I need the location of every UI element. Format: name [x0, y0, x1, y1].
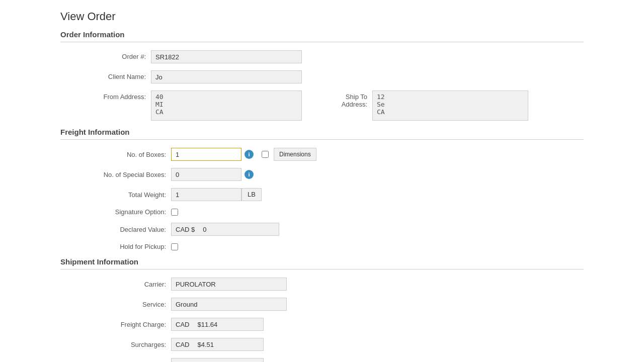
- surcharges-group: CAD: [171, 338, 264, 351]
- from-address-group: From Address: 40 MI CA: [60, 90, 302, 121]
- total-weight-row: Total Weight: LB: [60, 188, 584, 201]
- signature-option-label: Signature Option:: [60, 208, 171, 216]
- order-number-input[interactable]: [151, 50, 302, 63]
- signature-option-row: Signature Option:: [60, 208, 584, 216]
- carrier-input[interactable]: [171, 278, 287, 291]
- client-name-input[interactable]: [151, 70, 302, 83]
- declared-currency-prefix: CAD $: [171, 223, 199, 236]
- service-label: Service:: [60, 301, 171, 308]
- no-of-boxes-row: No. of Boxes: i Dimensions: [60, 148, 584, 161]
- net-charge-row: Net Charge: CAD: [60, 358, 584, 362]
- freight-charge-currency: CAD: [171, 318, 193, 331]
- no-of-boxes-input[interactable]: [171, 148, 242, 161]
- page-title: View Order: [60, 10, 584, 23]
- no-of-boxes-info-icon[interactable]: i: [245, 150, 254, 159]
- freight-charge-row: Freight Charge: CAD: [60, 318, 584, 331]
- total-weight-label: Total Weight:: [60, 191, 171, 199]
- service-row: Service:: [60, 298, 584, 311]
- ship-to-address-input[interactable]: 12 Se CA: [372, 90, 528, 121]
- service-input[interactable]: [171, 298, 287, 311]
- from-address-input[interactable]: 40 MI CA: [151, 90, 302, 121]
- order-information-heading: Order Information: [60, 30, 584, 39]
- freight-charge-group: CAD: [171, 318, 264, 331]
- shipment-info-divider: [60, 269, 584, 269]
- no-of-special-boxes-row: No. of Special Boxes: i: [60, 168, 584, 181]
- freight-charge-label: Freight Charge:: [60, 321, 171, 328]
- signature-option-checkbox[interactable]: [171, 209, 178, 216]
- weight-group: LB: [171, 188, 262, 201]
- surcharges-input[interactable]: [193, 338, 264, 351]
- from-address-label: From Address:: [60, 90, 151, 101]
- freight-info-divider: [60, 139, 584, 140]
- ship-to-label: Ship To Address:: [332, 90, 372, 108]
- no-of-special-boxes-label: No. of Special Boxes:: [60, 171, 171, 178]
- surcharges-label: Surcharges:: [60, 341, 171, 348]
- no-of-special-boxes-input[interactable]: [171, 168, 242, 181]
- surcharges-currency: CAD: [171, 338, 193, 351]
- order-info-divider: [60, 42, 584, 42]
- client-name-field: [151, 70, 584, 83]
- net-charge-group: CAD: [171, 358, 264, 362]
- order-number-label: Order #:: [60, 50, 151, 60]
- hold-for-pickup-label: Hold for Pickup:: [60, 243, 171, 250]
- order-number-field: [151, 50, 584, 63]
- net-charge-input[interactable]: [193, 358, 264, 362]
- carrier-row: Carrier:: [60, 278, 584, 291]
- freight-charge-input[interactable]: [193, 318, 264, 331]
- client-name-label: Client Name:: [60, 70, 151, 80]
- total-weight-input[interactable]: [171, 188, 242, 201]
- carrier-label: Carrier:: [60, 281, 171, 288]
- declared-value-row: Declared Value: CAD $: [60, 223, 584, 236]
- declared-value-input[interactable]: [199, 223, 279, 236]
- order-number-row: Order #:: [60, 50, 584, 63]
- shipment-information-heading: Shipment Information: [60, 257, 584, 266]
- net-charge-currency: CAD: [171, 358, 193, 362]
- client-name-row: Client Name:: [60, 70, 584, 83]
- freight-information-heading: Freight Information: [60, 128, 584, 136]
- address-row: From Address: 40 MI CA Ship To Address: …: [60, 90, 584, 121]
- declared-value-label: Declared Value:: [60, 226, 171, 233]
- hold-for-pickup-checkbox[interactable]: [171, 243, 178, 250]
- no-of-special-boxes-info-icon[interactable]: i: [245, 170, 254, 179]
- weight-unit-label: LB: [242, 188, 262, 201]
- dimensions-button[interactable]: Dimensions: [274, 148, 316, 161]
- hold-for-pickup-row: Hold for Pickup:: [60, 243, 584, 250]
- ship-to-address-group: Ship To Address: 12 Se CA: [332, 90, 528, 121]
- surcharges-row: Surcharges: CAD: [60, 338, 584, 351]
- dimensions-checkbox[interactable]: [262, 151, 269, 158]
- declared-value-group: CAD $: [171, 223, 279, 236]
- no-of-boxes-label: No. of Boxes:: [60, 151, 171, 158]
